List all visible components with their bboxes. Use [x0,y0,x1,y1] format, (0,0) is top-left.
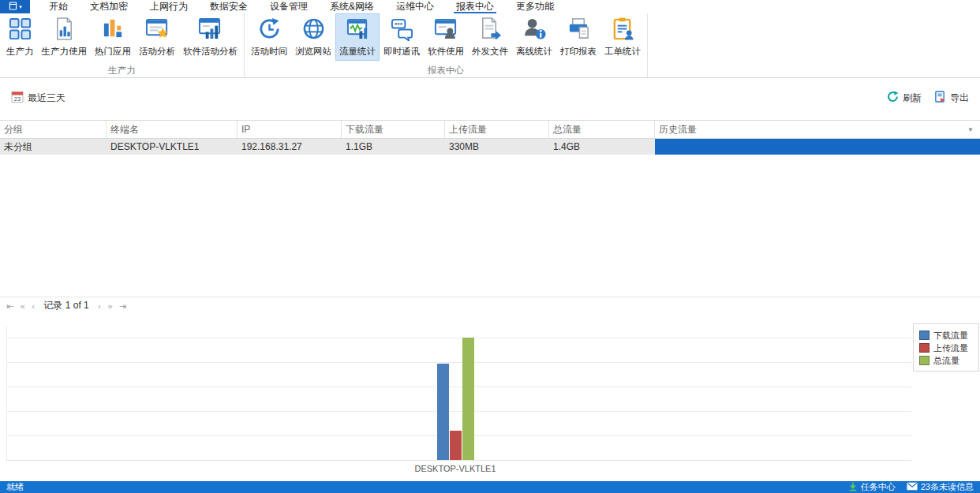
export-button[interactable]: 导出 [934,91,969,105]
window-user-icon [434,17,458,46]
menu-tab-5[interactable]: 系统&网络 [319,0,385,13]
legend-label: 上传流量 [933,342,968,354]
task-center-button[interactable]: 任务中心 [848,481,896,493]
column-header-label: 上传流量 [449,123,487,136]
table-cell: 330MB [445,139,549,155]
date-filter-button[interactable]: 23 最近三天 [11,91,65,106]
column-header-label: 分组 [4,123,23,136]
ribbon-item[interactable]: 软件活动分析 [179,13,241,61]
ribbon-item[interactable]: 软件使用 [424,13,468,61]
ribbon-item[interactable]: 即时通讯 [380,13,424,61]
ribbon-group-label: 报表中心 [247,64,645,77]
menu-tab-1[interactable]: 文档加密 [79,0,139,13]
refresh-button[interactable]: 刷新 [887,91,922,105]
menu-tab-4[interactable]: 设备管理 [259,0,319,13]
svg-text:23: 23 [14,95,21,102]
status-ready-label: 就绪 [6,481,24,493]
table-cell: 1.1GB [342,139,445,155]
legend-label: 总流量 [933,355,959,367]
menu-tab-6[interactable]: 运维中心 [385,0,445,13]
ribbon-item[interactable]: 热门应用 [91,13,135,61]
ribbon-item-label: 打印报表 [560,46,597,58]
ribbon-item[interactable]: 打印报表 [556,13,600,61]
unread-messages-label: 23条未读信息 [921,481,974,493]
table-body: 未分组DESKTOP-VLKTLE1192.168.31.271.1GB330M… [0,139,980,155]
ribbon-item-label: 活动时间 [251,46,287,58]
legend-item: 下载流量 [919,329,978,342]
ribbon-item[interactable]: 活动分析 [135,13,179,61]
table-row[interactable]: 未分组DESKTOP-VLKTLE1192.168.31.271.1GB330M… [0,139,980,155]
ribbon-item[interactable]: 生产力使用 [38,13,92,61]
chart-bar-下载流量 [437,364,449,460]
legend-swatch [919,331,930,340]
ribbon-item[interactable]: 外发文件 [468,13,512,61]
ribbon-item-label: 软件使用 [428,46,464,58]
envelope-icon [907,482,918,492]
pager-next-button[interactable]: › [95,301,104,312]
doc-chart-icon [52,17,77,46]
globe-icon [301,17,326,46]
menu-tab-7[interactable]: 报表中心 [445,0,505,13]
column-header-4[interactable]: 上传流量 [445,121,549,138]
filter-toolbar: 23 最近三天 刷新 导出 [0,79,980,117]
ribbon-item-label: 外发文件 [472,46,508,58]
ribbon-item[interactable]: 工单统计 [600,13,645,61]
download-arrow-icon [848,482,858,493]
pager-first-page-button[interactable]: ⇤ [3,301,17,312]
task-center-label: 任务中心 [861,481,896,493]
clock-history-icon [257,17,282,46]
toolbar-actions: 刷新 导出 [887,91,969,105]
column-header-label: 总流量 [553,123,582,136]
column-header-6[interactable]: 历史流量▼ [655,121,980,138]
legend-swatch [919,356,930,365]
chart-gridline [6,338,911,338]
refresh-label: 刷新 [903,92,922,105]
menu-tab-0[interactable]: 开始 [38,0,79,13]
pager: ⇤«‹ 记录 1 of 1 ›»⇥ [0,297,980,314]
pager-record-label: 记录 1 of 1 [43,299,88,312]
ribbon-item[interactable]: 离线统计 [512,13,556,61]
chart-legend: 下载流量上传流量总流量 [913,323,979,372]
history-traffic-bar [655,139,980,155]
column-header-label: 下载流量 [346,123,383,136]
ribbon-groups: 生产力生产力使用热门应用活动分析软件活动分析生产力活动时间浏览网站流量统计即时通… [0,13,648,77]
chart-category-label: DESKTOP-VLKTLE1 [376,464,534,473]
ribbon-item[interactable]: 浏览网站 [291,13,335,61]
ribbon-item[interactable]: 活动时间 [247,13,291,61]
menu-tab-2[interactable]: 上网行为 [139,0,199,13]
ribbon-item-label: 工单统计 [604,46,641,58]
table-cell: 1.4GB [549,139,655,155]
column-header-label: IP [241,124,250,135]
table-cell: 未分组 [0,139,107,155]
column-header-2[interactable]: IP [238,121,342,138]
pager-right-buttons: ›»⇥ [95,301,129,312]
column-header-0[interactable]: 分组 [0,121,107,138]
pager-last-page-button[interactable]: ⇥ [116,301,129,312]
unread-messages-button[interactable]: 23条未读信息 [907,481,974,493]
user-info-icon [522,17,547,46]
chart-bar-总流量 [462,338,474,460]
refresh-icon [887,91,899,105]
column-header-1[interactable]: 终端名 [107,121,238,138]
column-header-5[interactable]: 总流量 [549,121,655,138]
ribbon-item[interactable]: 流量统计 [335,13,380,61]
column-header-3[interactable]: 下载流量 [342,121,445,138]
menu-tab-3[interactable]: 数据安全 [199,0,259,13]
pager-fast-next-button[interactable]: » [104,301,116,312]
ribbon-item[interactable]: 生产力 [2,13,38,61]
traffic-table: 分组终端名IP下载流量上传流量总流量历史流量▼ 未分组DESKTOP-VLKTL… [0,120,980,155]
grid-icon [8,17,32,46]
traffic-wave-icon [346,17,370,46]
chevron-down-icon: ▾ [19,4,22,9]
chat-icon [390,17,414,46]
pager-prev-button[interactable]: ‹ [28,301,38,312]
app-menu-button[interactable]: ▾ [0,0,30,13]
ribbon: 生产力生产力使用热门应用活动分析软件活动分析生产力活动时间浏览网站流量统计即时通… [0,13,980,78]
doc-arrow-icon [478,17,503,46]
table-header-row: 分组终端名IP下载流量上传流量总流量历史流量▼ [0,120,980,139]
pager-fast-prev-button[interactable]: « [17,301,28,312]
column-filter-caret-icon[interactable]: ▼ [967,126,974,133]
chart-bar-上传流量 [450,431,462,460]
ribbon-item-label: 流量统计 [339,46,376,58]
menu-tab-8[interactable]: 更多功能 [505,0,565,13]
